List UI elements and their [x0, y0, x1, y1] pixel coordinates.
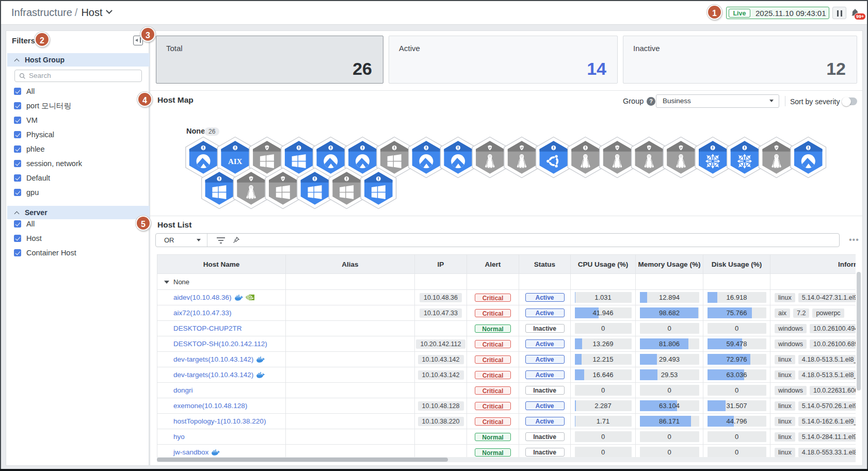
svg-text:AIX: AIX: [228, 157, 243, 166]
